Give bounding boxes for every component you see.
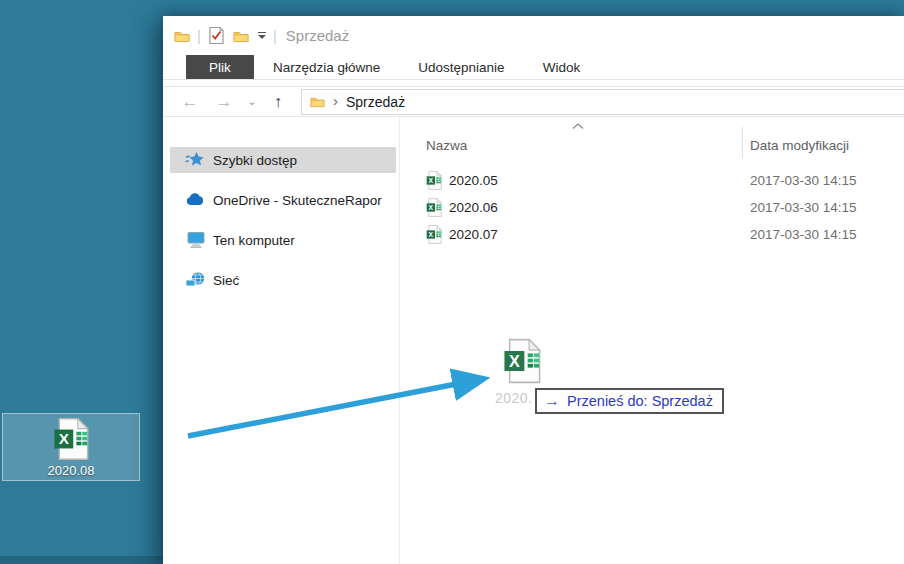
file-name: 2020.05 xyxy=(449,173,498,188)
move-arrow-icon: → xyxy=(544,392,560,410)
file-explorer-window: | | Sprzedaż Plik Narzędzia główne Udost… xyxy=(163,16,904,564)
desktop-icon-2020-08[interactable]: 2020.08 xyxy=(2,413,140,481)
recent-locations-dropdown-icon[interactable]: ⌄ xyxy=(241,95,263,108)
file-rows: 2020.05 2017-03-30 14:15 2020.06 2017-03… xyxy=(400,167,904,248)
sidebar-item-network[interactable]: Sieć xyxy=(170,267,396,293)
app-folder-icon xyxy=(174,29,190,43)
tab-share[interactable]: Udostępnianie xyxy=(399,55,523,79)
sidebar-item-label: Sieć xyxy=(213,273,239,288)
column-divider[interactable] xyxy=(742,127,743,158)
file-name: 2020.06 xyxy=(449,200,498,215)
file-row[interactable]: 2020.07 2017-03-30 14:15 xyxy=(400,221,904,248)
desktop-icon-label: 2020.08 xyxy=(48,463,95,478)
drag-tooltip-text: Przenieś do: Sprzedaż xyxy=(567,393,713,409)
file-modified-date: 2017-03-30 14:15 xyxy=(750,173,857,188)
file-modified-date: 2017-03-30 14:15 xyxy=(750,227,857,242)
file-name: 2020.07 xyxy=(449,227,498,242)
excel-file-icon xyxy=(426,225,442,244)
column-headers: Nazwa Data modyfikacji xyxy=(400,131,904,159)
properties-check-icon[interactable] xyxy=(208,26,225,45)
up-button[interactable]: ↑ xyxy=(263,93,293,111)
sidebar-item-label: Szybki dostęp xyxy=(213,153,297,168)
file-row[interactable]: 2020.06 2017-03-30 14:15 xyxy=(400,194,904,221)
qat-separator: | xyxy=(197,27,201,44)
file-modified-date: 2017-03-30 14:15 xyxy=(750,200,857,215)
address-bar[interactable]: › Sprzedaż xyxy=(301,89,904,115)
sort-ascending-icon[interactable] xyxy=(572,123,584,129)
drag-ghost-excel-icon xyxy=(503,338,541,384)
navigation-bar: ← → ⌄ ↑ › Sprzedaż xyxy=(163,87,904,117)
column-header-name[interactable]: Nazwa xyxy=(426,138,467,153)
network-icon xyxy=(185,271,205,289)
titlebar[interactable]: | | Sprzedaż xyxy=(163,16,904,55)
taskbar-edge xyxy=(0,556,163,564)
back-button[interactable]: ← xyxy=(173,92,207,112)
file-row[interactable]: 2020.05 2017-03-30 14:15 xyxy=(400,167,904,194)
forward-button[interactable]: → xyxy=(207,92,241,112)
excel-file-icon xyxy=(53,417,89,461)
quick-access-star-icon xyxy=(185,151,205,169)
window-title: Sprzedaż xyxy=(286,27,349,44)
drag-move-tooltip: → Przenieś do: Sprzedaż xyxy=(535,388,724,414)
address-folder-icon xyxy=(310,95,325,108)
sidebar-item-onedrive[interactable]: OneDrive - SkuteczneRapor xyxy=(170,187,396,213)
ribbon-tabs: Plik Narzędzia główne Udostępnianie Wido… xyxy=(163,55,904,80)
drag-ghost-label: 2020. xyxy=(495,390,533,406)
computer-icon xyxy=(185,231,205,249)
sidebar-item-label: OneDrive - SkuteczneRapor xyxy=(213,193,382,208)
onedrive-cloud-icon xyxy=(185,191,205,209)
tab-file[interactable]: Plik xyxy=(186,55,254,79)
excel-file-icon xyxy=(426,171,442,190)
breadcrumb-chevron-icon: › xyxy=(333,92,338,109)
tab-home[interactable]: Narzędzia główne xyxy=(254,55,399,79)
customize-qat-dropdown-icon[interactable] xyxy=(258,32,266,39)
breadcrumb-folder[interactable]: Sprzedaż xyxy=(346,94,405,110)
sidebar-item-this-pc[interactable]: Ten komputer xyxy=(170,227,396,253)
sidebar-item-quick-access[interactable]: Szybki dostęp xyxy=(170,147,396,173)
title-separator: | xyxy=(273,27,277,44)
new-folder-icon[interactable] xyxy=(233,29,249,43)
excel-file-icon xyxy=(426,198,442,217)
column-header-modified[interactable]: Data modyfikacji xyxy=(750,138,849,153)
ribbon-collapsed-strip xyxy=(163,80,904,87)
tab-view[interactable]: Widok xyxy=(524,55,600,79)
file-list: Nazwa Data modyfikacji 2020.05 2017-03-3… xyxy=(400,117,904,564)
sidebar-item-label: Ten komputer xyxy=(213,233,295,248)
navigation-pane: Szybki dostęp OneDrive - SkuteczneRapor … xyxy=(163,117,400,564)
